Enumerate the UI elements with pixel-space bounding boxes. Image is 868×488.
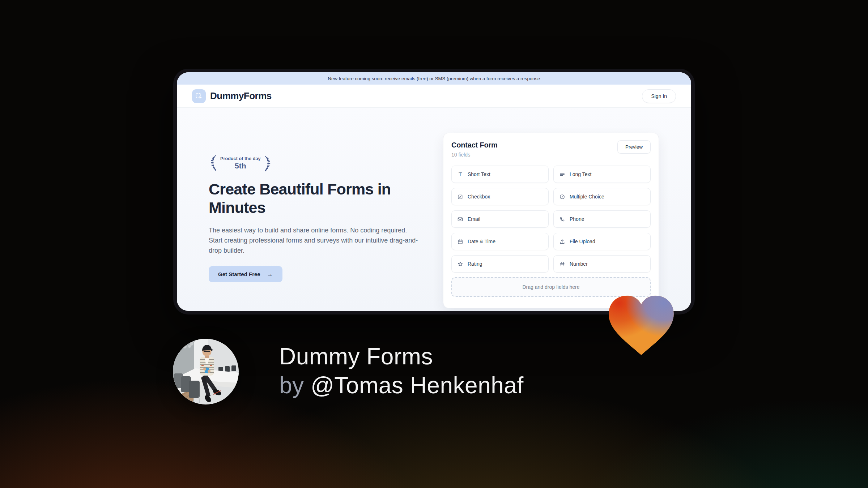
brand-logo[interactable]: DummyForms: [192, 89, 272, 103]
multiple-choice-icon: [559, 194, 565, 200]
field-label: Long Text: [570, 171, 591, 177]
byline-handle: @Tomas Henkenhaf: [311, 372, 524, 398]
field-type-long-text[interactable]: Long Text: [553, 166, 651, 183]
field-type-checkbox[interactable]: Checkbox: [451, 188, 549, 205]
phone-icon: [559, 217, 565, 222]
field-label: Number: [570, 261, 588, 267]
byline-prefix: by: [279, 372, 311, 398]
sign-in-button[interactable]: Sign In: [642, 89, 676, 103]
announcement-text: New feature coming soon: receive emails …: [328, 76, 540, 81]
brand-name: DummyForms: [210, 90, 272, 102]
dashed-select-cursor-icon: [192, 89, 206, 103]
laurel-right-icon: [264, 155, 272, 171]
field-type-rating[interactable]: Rating: [451, 255, 549, 273]
announcement-banner: New feature coming soon: receive emails …: [177, 72, 691, 85]
field-type-phone[interactable]: Phone: [553, 210, 651, 228]
email-icon: [457, 217, 463, 222]
svg-text:T: T: [459, 172, 462, 177]
checkbox-icon: [457, 194, 463, 200]
field-label: Multiple Choice: [570, 194, 604, 200]
star-icon: [457, 261, 463, 267]
product-of-the-day-badge: Product of the day 5th: [209, 154, 272, 172]
potd-rank: 5th: [220, 162, 261, 170]
hero-title: Create Beautiful Forms in Minutes: [209, 180, 406, 217]
arrow-right-icon: →: [267, 271, 273, 278]
field-label: Checkbox: [468, 194, 490, 200]
get-started-button[interactable]: Get Started Free →: [209, 266, 282, 282]
field-label: Email: [468, 216, 480, 222]
get-started-label: Get Started Free: [218, 271, 260, 277]
field-label: Date & Time: [468, 239, 495, 244]
field-type-short-text[interactable]: T Short Text: [451, 166, 549, 183]
caption-title: Dummy Forms: [279, 342, 524, 371]
field-label: Phone: [570, 216, 584, 222]
field-type-date-time[interactable]: Date & Time: [451, 233, 549, 250]
form-builder-card: Contact Form 10 fields Preview T Short T…: [443, 133, 659, 308]
gradient-heart-icon: [606, 293, 677, 357]
field-label: File Upload: [570, 239, 595, 244]
caption-block: Dummy Forms by @Tomas Henkenhaf: [279, 342, 524, 400]
browser-window: New feature coming soon: receive emails …: [173, 69, 695, 314]
field-type-email[interactable]: Email: [451, 210, 549, 228]
field-label: Rating: [468, 261, 482, 267]
hero-section: Product of the day 5th Create Beauti: [177, 108, 691, 311]
upload-icon: [559, 239, 565, 244]
hero-description: The easiest way to build and share onlin…: [209, 226, 420, 256]
field-type-number[interactable]: Number: [553, 255, 651, 273]
short-text-icon: T: [457, 172, 463, 177]
app-header: DummyForms Sign In: [177, 85, 691, 108]
field-type-multiple-choice[interactable]: Multiple Choice: [553, 188, 651, 205]
caption-byline: by @Tomas Henkenhaf: [279, 371, 524, 400]
field-type-grid: T Short Text Long Text: [451, 166, 651, 273]
drop-zone-text: Drag and drop fields here: [523, 284, 580, 290]
hash-icon: [559, 261, 565, 267]
maker-avatar: [173, 339, 239, 404]
field-type-file-upload[interactable]: File Upload: [553, 233, 651, 250]
field-label: Short Text: [468, 171, 490, 177]
calendar-icon: [457, 239, 463, 244]
laurel-left-icon: [209, 154, 217, 172]
potd-label: Product of the day: [220, 156, 261, 161]
long-text-icon: [559, 172, 565, 177]
preview-button[interactable]: Preview: [617, 140, 651, 154]
